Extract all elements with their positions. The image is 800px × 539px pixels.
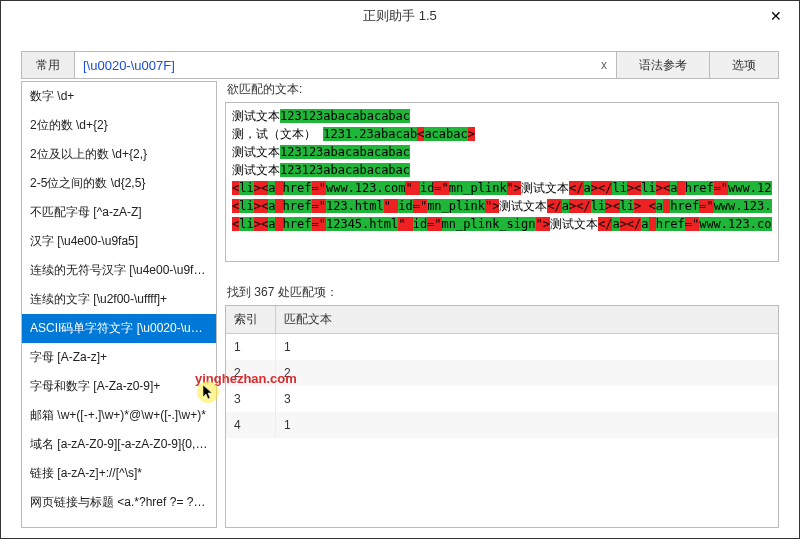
sidebar-item[interactable]: 邮箱 \w+([-+.]\w+)*@\w+([-.]\w+)* [22,401,216,430]
sidebar-item[interactable]: 连续的文字 [\u2f00-\uffff]+ [22,285,216,314]
text-section-label: 欲匹配的文本: [227,81,779,98]
sidebar-item[interactable]: 字母和数字 [A-Za-z0-9]+ [22,372,216,401]
clear-input-button[interactable]: x [592,52,616,78]
window-title: 正则助手 1.5 [363,7,437,25]
sidebar-item[interactable]: 网页链接与标题 <a.*?href ?= ?["'](\S [22,488,216,517]
main-row: 数字 \d+2位的数 \d+{2}2位及以上的数 \d+{2,}2-5位之间的数… [21,81,779,528]
text-line: 测试文本123123abacabacabac [232,143,772,161]
sidebar-item[interactable]: 2位的数 \d+{2} [22,111,216,140]
sidebar-item[interactable]: 连续的无符号汉字 [\u4e00-\u9fa5]+ [22,256,216,285]
content-area: 常用 x 语法参考 选项 数字 \d+2位的数 \d+{2}2位及以上的数 \d… [1,31,799,538]
text-line: 测，试（文本） 1231.23abacab<acabac> [232,125,772,143]
table-row[interactable]: 33 [226,386,778,412]
sidebar-item[interactable]: 数字 \d+ [22,82,216,111]
options-button[interactable]: 选项 [709,52,778,78]
text-line: <li><a href="www.123.com" id="mn_plink">… [232,179,772,197]
sidebar-item[interactable]: ASCII码单字符文字 [\u0020-\u007F] [22,314,216,343]
col-index: 索引 [226,306,276,333]
right-pane: 欲匹配的文本: 测试文本123123abacabacabac测，试（文本） 12… [225,81,779,528]
matches-table-header: 索引 匹配文本 [226,306,778,334]
sidebar-item[interactable]: 字母 [A-Za-z]+ [22,343,216,372]
sidebar-item[interactable]: 2-5位之间的数 \d{2,5} [22,169,216,198]
app-window: 正则助手 1.5 ✕ 常用 x 语法参考 选项 数字 \d+2位的数 \d+{2… [0,0,800,539]
title-bar: 正则助手 1.5 ✕ [1,1,799,31]
table-row[interactable]: 22 [226,360,778,386]
text-line: 测试文本123123abacabacabac [232,107,772,125]
matches-table: 索引 匹配文本 11223341 [225,305,779,528]
text-line: <li><a href="123.html" id="mn_plink">测试文… [232,197,772,215]
pattern-sidebar[interactable]: 数字 \d+2位的数 \d+{2}2位及以上的数 \d+{2,}2-5位之间的数… [21,81,217,528]
matches-count-label: 找到 367 处匹配项： [227,284,779,301]
toolbar: 常用 x 语法参考 选项 [21,51,779,79]
text-line: 测试文本123123abacabacabac [232,161,772,179]
sidebar-item[interactable]: 2位及以上的数 \d+{2,} [22,140,216,169]
table-row[interactable]: 41 [226,412,778,438]
test-text-area[interactable]: 测试文本123123abacabacabac测，试（文本） 1231.23aba… [225,102,779,262]
regex-input[interactable] [75,52,592,78]
sidebar-item[interactable]: 不匹配字母 [^a-zA-Z] [22,198,216,227]
text-line: <li><a href="12345.html" id="mn_plink_si… [232,215,772,233]
sidebar-item[interactable]: 汉字 [\u4e00-\u9fa5] [22,227,216,256]
sidebar-item[interactable]: 域名 [a-zA-Z0-9][-a-zA-Z0-9]{0,62}(\. [22,430,216,459]
matches-section: 找到 367 处匹配项： 索引 匹配文本 11223341 [225,284,779,528]
syntax-reference-button[interactable]: 语法参考 [616,52,709,78]
col-content: 匹配文本 [276,306,778,333]
tab-common[interactable]: 常用 [22,52,75,78]
close-button[interactable]: ✕ [761,5,791,27]
table-row[interactable]: 11 [226,334,778,360]
sidebar-item[interactable]: 链接 [a-zA-z]+://[^\s]* [22,459,216,488]
